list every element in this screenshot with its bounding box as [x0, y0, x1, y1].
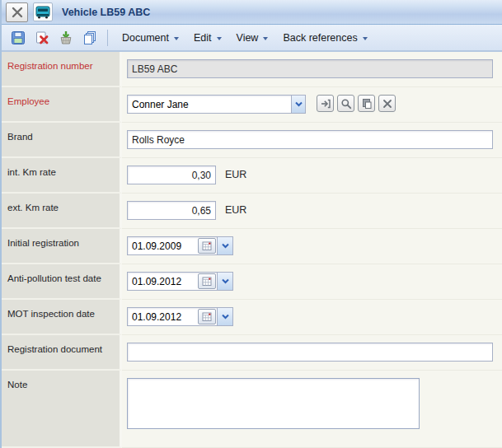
- menu-back-references-label: Back references: [283, 32, 357, 44]
- mot-inspection-date-input[interactable]: [128, 308, 197, 325]
- menu-document[interactable]: Document: [115, 28, 186, 48]
- anti-pollution-test-date-row: Anti-pollution test date: [2, 264, 502, 300]
- employee-input[interactable]: [128, 96, 291, 113]
- anti-pollution-test-date-input[interactable]: [128, 273, 197, 290]
- initial-registration-calendar-button[interactable]: [198, 238, 216, 254]
- brand-label: Brand: [2, 123, 122, 158]
- vehicle-window: Vehicle LB59 ABC: [0, 0, 502, 448]
- copy-button[interactable]: [79, 27, 101, 49]
- brand-field[interactable]: [127, 130, 493, 149]
- page-title: Vehicle LB59 ABC: [62, 7, 150, 18]
- copy-record-icon: [361, 98, 373, 110]
- mot-inspection-date-row: MOT inspection date: [2, 300, 502, 335]
- ext-km-rate-row: ext. Km rate EUR: [2, 194, 502, 229]
- goto-record-icon: [320, 98, 331, 110]
- close-icon: [11, 6, 24, 19]
- calendar-icon: [202, 240, 213, 251]
- ext-km-rate-field[interactable]: [127, 201, 216, 220]
- menu-document-label: Document: [122, 32, 169, 44]
- basket-checkin-button[interactable]: [55, 27, 77, 49]
- registration-document-field[interactable]: [127, 343, 493, 362]
- delete-icon: [35, 30, 49, 45]
- initial-registration-input[interactable]: [128, 237, 197, 254]
- chevron-down-icon: [222, 278, 229, 284]
- int-km-rate-currency: EUR: [225, 166, 246, 180]
- mot-inspection-date-label: MOT inspection date: [2, 300, 122, 335]
- employee-search-button[interactable]: [337, 95, 354, 112]
- int-km-rate-field[interactable]: [127, 166, 216, 184]
- chevron-down-icon: [174, 37, 179, 40]
- employee-dropdown-button[interactable]: [291, 96, 305, 113]
- toolbar: Document Edit View Back references: [2, 25, 502, 52]
- anti-pollution-test-date-calendar-button[interactable]: [198, 273, 216, 289]
- ext-km-rate-currency: EUR: [225, 201, 246, 216]
- note-field[interactable]: [127, 378, 420, 429]
- int-km-rate-row: int. Km rate EUR: [2, 158, 502, 194]
- close-button[interactable]: [6, 2, 28, 22]
- registration-document-label: Registration document: [2, 335, 122, 371]
- mot-inspection-date-datefield: [127, 307, 233, 326]
- chevron-down-icon: [263, 37, 268, 40]
- brand-row: Brand: [2, 123, 502, 158]
- employee-copy-record-button[interactable]: [358, 95, 375, 112]
- vehicle-icon: [33, 2, 53, 21]
- employee-clear-button[interactable]: [378, 95, 396, 112]
- clear-icon: [382, 98, 393, 110]
- anti-pollution-test-date-datefield: [127, 272, 233, 291]
- initial-registration-label: Initial registration: [2, 229, 122, 264]
- calendar-icon: [202, 276, 213, 287]
- employee-label: Employee: [2, 87, 122, 123]
- calendar-icon: [202, 311, 213, 322]
- chevron-down-icon: [217, 37, 222, 40]
- employee-row: Employee: [2, 87, 502, 123]
- anti-pollution-test-date-label: Anti-pollution test date: [2, 264, 122, 300]
- employee-combobox: [127, 95, 306, 114]
- chevron-down-icon: [363, 37, 368, 40]
- anti-pollution-test-date-dropdown-button[interactable]: [217, 273, 232, 290]
- initial-registration-datefield: [127, 236, 233, 255]
- initial-registration-dropdown-button[interactable]: [217, 237, 232, 254]
- mot-inspection-date-calendar-button[interactable]: [198, 309, 216, 324]
- ext-km-rate-label: ext. Km rate: [2, 194, 122, 229]
- search-icon: [340, 98, 352, 110]
- save-icon: [11, 30, 26, 45]
- vehicle-form: Registration number Employee: [2, 52, 502, 448]
- menu-edit[interactable]: Edit: [186, 28, 229, 48]
- registration-number-field[interactable]: [127, 59, 493, 78]
- initial-registration-row: Initial registration: [2, 229, 502, 264]
- chevron-down-icon: [222, 314, 229, 320]
- employee-goto-button[interactable]: [317, 95, 334, 112]
- registration-number-label: Registration number: [2, 52, 122, 87]
- chevron-down-icon: [295, 101, 303, 107]
- registration-number-row: Registration number: [2, 52, 502, 87]
- titlebar: Vehicle LB59 ABC: [2, 0, 502, 25]
- basket-icon: [59, 30, 73, 45]
- note-label: Note: [2, 371, 122, 448]
- note-row: Note: [2, 371, 502, 448]
- int-km-rate-label: int. Km rate: [2, 158, 122, 194]
- menu-view[interactable]: View: [229, 28, 276, 48]
- save-button[interactable]: [7, 27, 29, 49]
- chevron-down-icon: [222, 243, 229, 249]
- menu-view-label: View: [237, 32, 259, 44]
- toolbar-separator: [107, 30, 108, 46]
- menu-back-references[interactable]: Back references: [275, 28, 374, 48]
- registration-document-row: Registration document: [2, 335, 502, 371]
- mot-inspection-date-dropdown-button[interactable]: [217, 308, 232, 325]
- copy-icon: [82, 30, 97, 45]
- menu-edit-label: Edit: [194, 32, 212, 44]
- delete-button[interactable]: [31, 27, 53, 49]
